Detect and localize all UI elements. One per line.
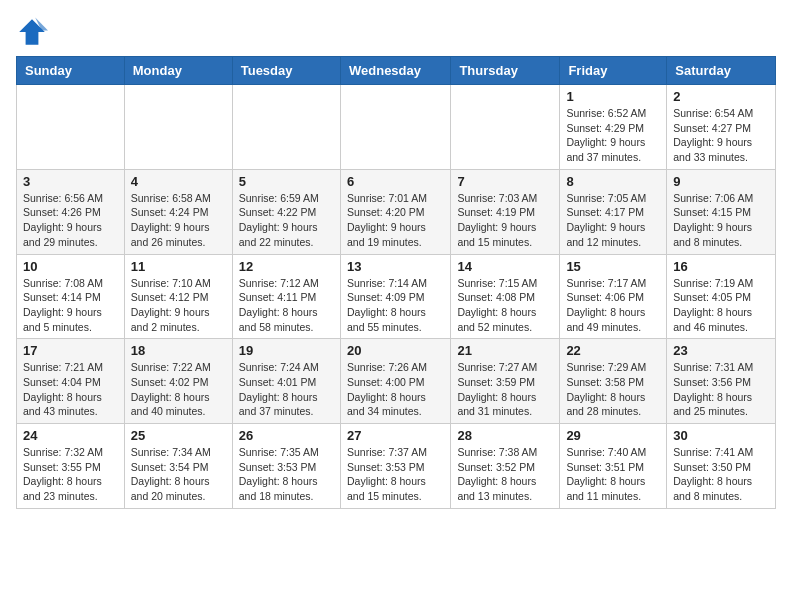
calendar-cell: 17Sunrise: 7:21 AM Sunset: 4:04 PM Dayli… [17, 339, 125, 424]
day-number: 8 [566, 174, 660, 189]
day-number: 9 [673, 174, 769, 189]
calendar-cell: 29Sunrise: 7:40 AM Sunset: 3:51 PM Dayli… [560, 424, 667, 509]
calendar-cell: 28Sunrise: 7:38 AM Sunset: 3:52 PM Dayli… [451, 424, 560, 509]
logo [16, 16, 52, 48]
day-number: 21 [457, 343, 553, 358]
calendar-cell: 4Sunrise: 6:58 AM Sunset: 4:24 PM Daylig… [124, 169, 232, 254]
calendar-cell [124, 85, 232, 170]
day-number: 19 [239, 343, 334, 358]
calendar-cell: 13Sunrise: 7:14 AM Sunset: 4:09 PM Dayli… [340, 254, 450, 339]
calendar-cell: 21Sunrise: 7:27 AM Sunset: 3:59 PM Dayli… [451, 339, 560, 424]
day-number: 2 [673, 89, 769, 104]
calendar-cell: 6Sunrise: 7:01 AM Sunset: 4:20 PM Daylig… [340, 169, 450, 254]
day-info: Sunrise: 7:31 AM Sunset: 3:56 PM Dayligh… [673, 360, 769, 419]
calendar-cell [17, 85, 125, 170]
day-info: Sunrise: 7:29 AM Sunset: 3:58 PM Dayligh… [566, 360, 660, 419]
calendar-cell: 20Sunrise: 7:26 AM Sunset: 4:00 PM Dayli… [340, 339, 450, 424]
page-header [16, 16, 776, 48]
day-info: Sunrise: 7:38 AM Sunset: 3:52 PM Dayligh… [457, 445, 553, 504]
day-info: Sunrise: 6:59 AM Sunset: 4:22 PM Dayligh… [239, 191, 334, 250]
col-header-wednesday: Wednesday [340, 57, 450, 85]
day-number: 26 [239, 428, 334, 443]
logo-icon [16, 16, 48, 48]
day-number: 20 [347, 343, 444, 358]
day-info: Sunrise: 7:27 AM Sunset: 3:59 PM Dayligh… [457, 360, 553, 419]
week-row-2: 3Sunrise: 6:56 AM Sunset: 4:26 PM Daylig… [17, 169, 776, 254]
day-number: 3 [23, 174, 118, 189]
day-number: 5 [239, 174, 334, 189]
day-number: 22 [566, 343, 660, 358]
day-info: Sunrise: 6:54 AM Sunset: 4:27 PM Dayligh… [673, 106, 769, 165]
day-info: Sunrise: 7:14 AM Sunset: 4:09 PM Dayligh… [347, 276, 444, 335]
col-header-thursday: Thursday [451, 57, 560, 85]
week-row-5: 24Sunrise: 7:32 AM Sunset: 3:55 PM Dayli… [17, 424, 776, 509]
calendar-cell: 19Sunrise: 7:24 AM Sunset: 4:01 PM Dayli… [232, 339, 340, 424]
day-info: Sunrise: 7:35 AM Sunset: 3:53 PM Dayligh… [239, 445, 334, 504]
calendar-cell: 27Sunrise: 7:37 AM Sunset: 3:53 PM Dayli… [340, 424, 450, 509]
day-info: Sunrise: 6:52 AM Sunset: 4:29 PM Dayligh… [566, 106, 660, 165]
calendar-cell: 22Sunrise: 7:29 AM Sunset: 3:58 PM Dayli… [560, 339, 667, 424]
day-number: 18 [131, 343, 226, 358]
day-info: Sunrise: 7:32 AM Sunset: 3:55 PM Dayligh… [23, 445, 118, 504]
calendar-cell: 11Sunrise: 7:10 AM Sunset: 4:12 PM Dayli… [124, 254, 232, 339]
day-info: Sunrise: 7:06 AM Sunset: 4:15 PM Dayligh… [673, 191, 769, 250]
day-info: Sunrise: 7:19 AM Sunset: 4:05 PM Dayligh… [673, 276, 769, 335]
day-number: 16 [673, 259, 769, 274]
calendar-cell: 26Sunrise: 7:35 AM Sunset: 3:53 PM Dayli… [232, 424, 340, 509]
calendar-cell: 24Sunrise: 7:32 AM Sunset: 3:55 PM Dayli… [17, 424, 125, 509]
calendar-header-row: SundayMondayTuesdayWednesdayThursdayFrid… [17, 57, 776, 85]
day-number: 24 [23, 428, 118, 443]
week-row-1: 1Sunrise: 6:52 AM Sunset: 4:29 PM Daylig… [17, 85, 776, 170]
calendar-table: SundayMondayTuesdayWednesdayThursdayFrid… [16, 56, 776, 509]
calendar-cell: 25Sunrise: 7:34 AM Sunset: 3:54 PM Dayli… [124, 424, 232, 509]
day-info: Sunrise: 7:03 AM Sunset: 4:19 PM Dayligh… [457, 191, 553, 250]
calendar-cell: 18Sunrise: 7:22 AM Sunset: 4:02 PM Dayli… [124, 339, 232, 424]
col-header-tuesday: Tuesday [232, 57, 340, 85]
day-number: 30 [673, 428, 769, 443]
day-info: Sunrise: 7:34 AM Sunset: 3:54 PM Dayligh… [131, 445, 226, 504]
day-info: Sunrise: 7:10 AM Sunset: 4:12 PM Dayligh… [131, 276, 226, 335]
day-number: 27 [347, 428, 444, 443]
day-number: 1 [566, 89, 660, 104]
day-number: 25 [131, 428, 226, 443]
day-info: Sunrise: 7:01 AM Sunset: 4:20 PM Dayligh… [347, 191, 444, 250]
calendar-cell: 5Sunrise: 6:59 AM Sunset: 4:22 PM Daylig… [232, 169, 340, 254]
day-number: 13 [347, 259, 444, 274]
day-number: 4 [131, 174, 226, 189]
day-info: Sunrise: 7:26 AM Sunset: 4:00 PM Dayligh… [347, 360, 444, 419]
week-row-3: 10Sunrise: 7:08 AM Sunset: 4:14 PM Dayli… [17, 254, 776, 339]
col-header-friday: Friday [560, 57, 667, 85]
calendar-cell: 12Sunrise: 7:12 AM Sunset: 4:11 PM Dayli… [232, 254, 340, 339]
week-row-4: 17Sunrise: 7:21 AM Sunset: 4:04 PM Dayli… [17, 339, 776, 424]
day-info: Sunrise: 6:58 AM Sunset: 4:24 PM Dayligh… [131, 191, 226, 250]
day-number: 11 [131, 259, 226, 274]
calendar-cell [232, 85, 340, 170]
calendar-cell [340, 85, 450, 170]
day-number: 15 [566, 259, 660, 274]
day-info: Sunrise: 7:24 AM Sunset: 4:01 PM Dayligh… [239, 360, 334, 419]
col-header-monday: Monday [124, 57, 232, 85]
day-number: 14 [457, 259, 553, 274]
day-info: Sunrise: 7:22 AM Sunset: 4:02 PM Dayligh… [131, 360, 226, 419]
calendar-cell: 23Sunrise: 7:31 AM Sunset: 3:56 PM Dayli… [667, 339, 776, 424]
calendar-cell: 9Sunrise: 7:06 AM Sunset: 4:15 PM Daylig… [667, 169, 776, 254]
day-info: Sunrise: 7:21 AM Sunset: 4:04 PM Dayligh… [23, 360, 118, 419]
day-info: Sunrise: 7:17 AM Sunset: 4:06 PM Dayligh… [566, 276, 660, 335]
day-number: 12 [239, 259, 334, 274]
calendar-cell: 2Sunrise: 6:54 AM Sunset: 4:27 PM Daylig… [667, 85, 776, 170]
day-number: 6 [347, 174, 444, 189]
day-info: Sunrise: 7:05 AM Sunset: 4:17 PM Dayligh… [566, 191, 660, 250]
calendar-cell: 7Sunrise: 7:03 AM Sunset: 4:19 PM Daylig… [451, 169, 560, 254]
day-info: Sunrise: 7:12 AM Sunset: 4:11 PM Dayligh… [239, 276, 334, 335]
calendar-cell: 10Sunrise: 7:08 AM Sunset: 4:14 PM Dayli… [17, 254, 125, 339]
day-number: 7 [457, 174, 553, 189]
col-header-sunday: Sunday [17, 57, 125, 85]
calendar-cell: 16Sunrise: 7:19 AM Sunset: 4:05 PM Dayli… [667, 254, 776, 339]
day-info: Sunrise: 7:08 AM Sunset: 4:14 PM Dayligh… [23, 276, 118, 335]
calendar-cell: 15Sunrise: 7:17 AM Sunset: 4:06 PM Dayli… [560, 254, 667, 339]
day-number: 23 [673, 343, 769, 358]
day-number: 10 [23, 259, 118, 274]
calendar-cell: 1Sunrise: 6:52 AM Sunset: 4:29 PM Daylig… [560, 85, 667, 170]
col-header-saturday: Saturday [667, 57, 776, 85]
day-info: Sunrise: 6:56 AM Sunset: 4:26 PM Dayligh… [23, 191, 118, 250]
